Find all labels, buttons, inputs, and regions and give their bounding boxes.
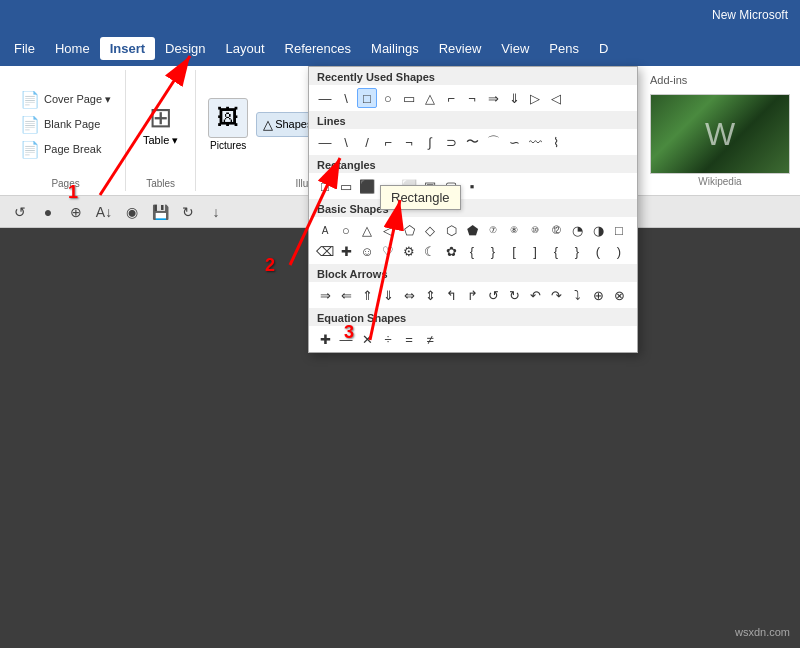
bs9[interactable]: ⑦ bbox=[483, 220, 503, 240]
cover-page-button[interactable]: 📄 Cover Page ▾ bbox=[14, 88, 117, 111]
menu-home[interactable]: Home bbox=[45, 37, 100, 60]
ba6[interactable]: ⇕ bbox=[420, 285, 440, 305]
ba13[interactable]: ⤵ bbox=[567, 285, 587, 305]
pictures-button[interactable]: 🖼 Pictures bbox=[208, 98, 248, 151]
shape-arrow1[interactable]: ⇒ bbox=[483, 88, 503, 108]
bs24[interactable]: } bbox=[483, 241, 503, 261]
ba2[interactable]: ⇐ bbox=[336, 285, 356, 305]
bs15[interactable]: □ bbox=[609, 220, 629, 240]
bs23[interactable]: { bbox=[462, 241, 482, 261]
shape-larrow[interactable]: ◁ bbox=[546, 88, 566, 108]
undo-icon[interactable]: ↺ bbox=[8, 200, 32, 224]
bs5[interactable]: ⬠ bbox=[399, 220, 419, 240]
bs20[interactable]: ⚙ bbox=[399, 241, 419, 261]
bs6[interactable]: ◇ bbox=[420, 220, 440, 240]
table-button[interactable]: ⊞ Table ▾ bbox=[143, 70, 178, 178]
shape-fill-icon[interactable]: ◉ bbox=[120, 200, 144, 224]
bs22[interactable]: ✿ bbox=[441, 241, 461, 261]
bs2[interactable]: ○ bbox=[336, 220, 356, 240]
shape-rarrow[interactable]: ▷ bbox=[525, 88, 545, 108]
blank-page-button[interactable]: 📄 Blank Page bbox=[14, 113, 106, 136]
bs10[interactable]: ⑧ bbox=[504, 220, 524, 240]
menu-view[interactable]: View bbox=[491, 37, 539, 60]
line-straight[interactable]: — bbox=[315, 132, 335, 152]
shape-rect[interactable]: □ bbox=[357, 88, 377, 108]
page-break-button[interactable]: 📄 Page Break bbox=[14, 138, 107, 161]
ba5[interactable]: ⇔ bbox=[399, 285, 419, 305]
bs7[interactable]: ⬡ bbox=[441, 220, 461, 240]
line-zigzag[interactable]: ∽ bbox=[504, 132, 524, 152]
bs8[interactable]: ⬟ bbox=[462, 220, 482, 240]
ba7[interactable]: ↰ bbox=[441, 285, 461, 305]
line-elbow2[interactable]: ¬ bbox=[399, 132, 419, 152]
bs11[interactable]: ⑩ bbox=[525, 220, 545, 240]
bs17[interactable]: ✚ bbox=[336, 241, 356, 261]
shape-arrow2[interactable]: ⇓ bbox=[504, 88, 524, 108]
bs30[interactable]: ) bbox=[609, 241, 629, 261]
menu-review[interactable]: Review bbox=[429, 37, 492, 60]
menu-d[interactable]: D bbox=[589, 37, 618, 60]
ba1[interactable]: ⇒ bbox=[315, 285, 335, 305]
bs21[interactable]: ☾ bbox=[420, 241, 440, 261]
ba3[interactable]: ⇑ bbox=[357, 285, 377, 305]
shape-line1[interactable]: — bbox=[315, 88, 335, 108]
shape-roundrect[interactable]: ▭ bbox=[399, 88, 419, 108]
ba8[interactable]: ↱ bbox=[462, 285, 482, 305]
globe-icon[interactable]: ⊕ bbox=[64, 200, 88, 224]
eq5[interactable]: = bbox=[399, 329, 419, 349]
line-squiggle[interactable]: 〰 bbox=[525, 132, 545, 152]
menu-references[interactable]: References bbox=[275, 37, 361, 60]
shape-diag1[interactable]: \ bbox=[336, 88, 356, 108]
rect3[interactable]: ⬛ bbox=[357, 176, 377, 196]
bs12[interactable]: ⑫ bbox=[546, 220, 566, 240]
line-elbow1[interactable]: ⌐ bbox=[378, 132, 398, 152]
menu-design[interactable]: Design bbox=[155, 37, 215, 60]
rect8[interactable]: ▪ bbox=[462, 176, 482, 196]
ba4[interactable]: ⇓ bbox=[378, 285, 398, 305]
text-icon[interactable]: A↓ bbox=[92, 200, 116, 224]
dot-icon[interactable]: ● bbox=[36, 200, 60, 224]
ba12[interactable]: ↷ bbox=[546, 285, 566, 305]
bs26[interactable]: ] bbox=[525, 241, 545, 261]
shape-angle2[interactable]: ¬ bbox=[462, 88, 482, 108]
line-dbl[interactable]: ⌇ bbox=[546, 132, 566, 152]
menu-layout[interactable]: Layout bbox=[216, 37, 275, 60]
line-wave[interactable]: 〜 bbox=[462, 132, 482, 152]
menu-mailings[interactable]: Mailings bbox=[361, 37, 429, 60]
shape-circle[interactable]: ○ bbox=[378, 88, 398, 108]
eq6[interactable]: ≠ bbox=[420, 329, 440, 349]
ba11[interactable]: ↶ bbox=[525, 285, 545, 305]
line-arc[interactable]: ⌒ bbox=[483, 132, 503, 152]
menu-pens[interactable]: Pens bbox=[539, 37, 589, 60]
save-icon[interactable]: 💾 bbox=[148, 200, 172, 224]
bs29[interactable]: ( bbox=[588, 241, 608, 261]
bs27[interactable]: { bbox=[546, 241, 566, 261]
line-diag[interactable]: \ bbox=[336, 132, 356, 152]
bs14[interactable]: ◑ bbox=[588, 220, 608, 240]
bs19[interactable]: ♡ bbox=[378, 241, 398, 261]
eq3[interactable]: ✕ bbox=[357, 329, 377, 349]
menu-file[interactable]: File bbox=[4, 37, 45, 60]
redo-icon[interactable]: ↻ bbox=[176, 200, 200, 224]
bs4[interactable]: ◁ bbox=[378, 220, 398, 240]
line-curve1[interactable]: ∫ bbox=[420, 132, 440, 152]
ba10[interactable]: ↻ bbox=[504, 285, 524, 305]
bs25[interactable]: [ bbox=[504, 241, 524, 261]
line-diag2[interactable]: / bbox=[357, 132, 377, 152]
eq1[interactable]: ✚ bbox=[315, 329, 335, 349]
shape-angle1[interactable]: ⌐ bbox=[441, 88, 461, 108]
shape-triangle[interactable]: △ bbox=[420, 88, 440, 108]
bs13[interactable]: ◔ bbox=[567, 220, 587, 240]
ba14[interactable]: ⊕ bbox=[588, 285, 608, 305]
bs16[interactable]: ⌫ bbox=[315, 241, 335, 261]
menu-insert[interactable]: Insert bbox=[100, 37, 155, 60]
ba15[interactable]: ⊗ bbox=[609, 285, 629, 305]
bs28[interactable]: } bbox=[567, 241, 587, 261]
bs1[interactable]: A bbox=[315, 220, 335, 240]
bs3[interactable]: △ bbox=[357, 220, 377, 240]
bs18[interactable]: ☺ bbox=[357, 241, 377, 261]
line-curve2[interactable]: ⊃ bbox=[441, 132, 461, 152]
rect2[interactable]: ▭ bbox=[336, 176, 356, 196]
ba9[interactable]: ↺ bbox=[483, 285, 503, 305]
eq4[interactable]: ÷ bbox=[378, 329, 398, 349]
